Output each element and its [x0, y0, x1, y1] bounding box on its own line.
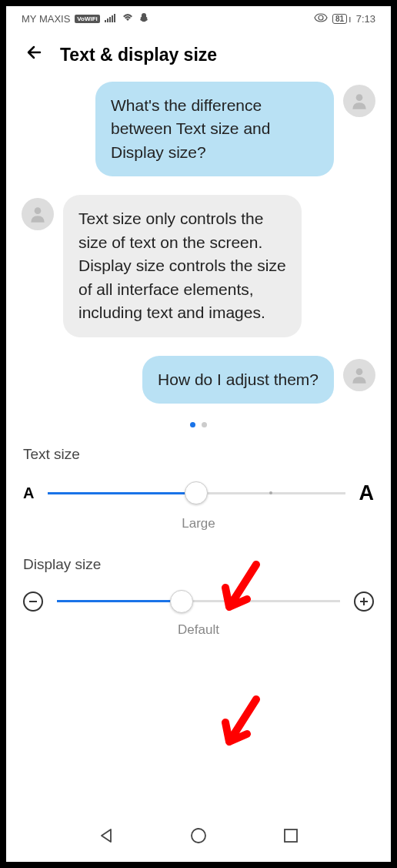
- nav-recent-button[interactable]: [282, 826, 300, 845]
- page-indicator[interactable]: [6, 422, 391, 427]
- text-size-section: Text size A A Large: [6, 446, 391, 531]
- display-size-thumb[interactable]: [170, 590, 193, 613]
- display-size-value: Default: [23, 622, 374, 638]
- display-size-section: Display size Default: [6, 556, 391, 638]
- signal-icon: [105, 13, 117, 25]
- battery-icon: 81: [332, 14, 347, 24]
- text-small-icon: A: [23, 484, 34, 502]
- annotation-arrow-2: [218, 695, 264, 757]
- svg-point-6: [35, 208, 42, 215]
- display-size-label: Display size: [23, 556, 374, 573]
- svg-rect-0: [105, 20, 106, 22]
- avatar-icon: [343, 359, 375, 391]
- chat-bubble-2: Text size only controls the size of text…: [63, 195, 302, 337]
- text-size-slider[interactable]: [48, 492, 345, 494]
- text-size-value: Large: [23, 516, 374, 531]
- wifi-icon: [122, 13, 134, 25]
- text-size-thumb[interactable]: [185, 481, 208, 504]
- clock-label: 7:13: [356, 13, 375, 25]
- svg-rect-1: [107, 18, 108, 22]
- chat-row-2: Text size only controls the size of text…: [22, 195, 375, 337]
- page-header: Text & display size: [6, 28, 391, 82]
- avatar-icon: [22, 198, 54, 230]
- svg-point-7: [356, 368, 363, 375]
- nav-back-button[interactable]: [97, 826, 115, 845]
- chat-bubble-1: What's the difference between Text size …: [95, 82, 334, 176]
- svg-rect-2: [109, 17, 111, 22]
- page-title: Text & display size: [60, 45, 217, 65]
- text-size-label: Text size: [23, 446, 374, 463]
- svg-rect-4: [114, 14, 115, 22]
- display-size-slider[interactable]: [57, 600, 340, 602]
- eye-icon: [314, 13, 328, 25]
- navigation-bar: [6, 817, 391, 854]
- chat-row-3: How do I adjust them?: [22, 356, 375, 404]
- svg-point-5: [356, 94, 363, 101]
- minus-icon[interactable]: [23, 592, 43, 612]
- avatar-icon: [343, 85, 375, 117]
- status-bar: MY MAXIS VoWiFi 81 ı 7:13: [6, 6, 391, 28]
- plus-icon[interactable]: [354, 592, 374, 612]
- svg-point-11: [192, 829, 205, 843]
- carrier-label: MY MAXIS: [22, 13, 70, 25]
- back-button[interactable]: [25, 42, 45, 68]
- nav-home-button[interactable]: [189, 826, 208, 845]
- svg-rect-12: [285, 829, 297, 842]
- page-dot-2[interactable]: [202, 422, 207, 427]
- preview-area: What's the difference between Text size …: [6, 82, 391, 404]
- chat-row-1: What's the difference between Text size …: [22, 82, 375, 176]
- vowifi-badge: VoWiFi: [75, 15, 99, 23]
- page-dot-1[interactable]: [190, 422, 195, 427]
- battery-stub: ı: [349, 13, 352, 25]
- snapchat-icon: [138, 12, 149, 25]
- svg-rect-3: [112, 15, 113, 22]
- chat-bubble-3: How do I adjust them?: [142, 356, 334, 404]
- text-large-icon: A: [359, 481, 375, 505]
